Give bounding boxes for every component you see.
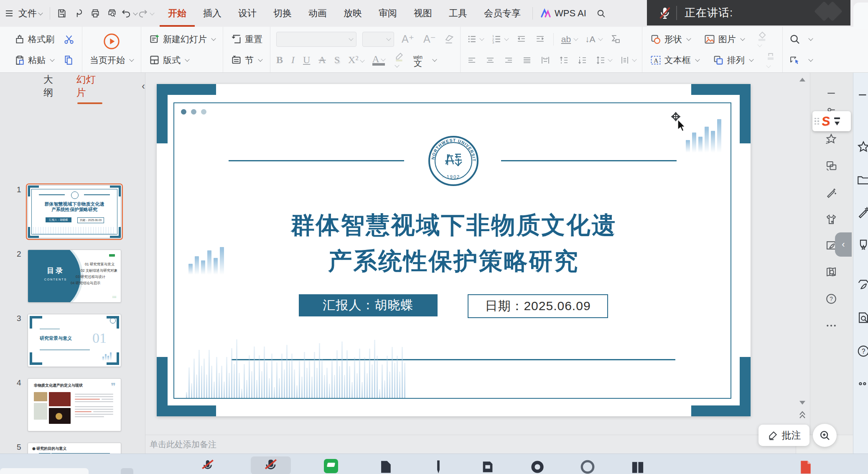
tab-home[interactable]: 开始 [160,0,195,27]
start-from-page-button[interactable]: 当页开始 [88,54,135,67]
hamburger-menu[interactable] [0,0,18,27]
taskbar-app-dark-2[interactable] [431,459,445,474]
clear-format-icon[interactable] [443,34,454,45]
assistant-minimize-icon[interactable] [834,117,840,119]
decrease-indent-button[interactable] [516,34,527,44]
taskbar-app-dark-4[interactable] [630,459,645,474]
print-preview-button[interactable] [104,5,120,22]
presenter-chip[interactable]: 汇报人：胡晓蝶 [299,294,438,316]
more-tools-icon[interactable] [822,316,840,335]
tab-review[interactable]: 审阅 [370,0,405,27]
shape-fill-button[interactable] [756,30,768,49]
tab-tools[interactable]: 工具 [440,0,476,27]
bullet-list-button[interactable] [466,34,478,44]
previous-slide-button[interactable] [799,410,806,420]
scroll-up-icon[interactable] [799,78,805,82]
comment-button[interactable]: 批注 [759,425,809,446]
paragraph-spacing-button[interactable] [619,55,630,65]
textbox-button[interactable]: A 文本框 [648,54,701,67]
tab-outline[interactable]: 大纲 [43,73,61,99]
taskbar-app-dark-1[interactable] [378,459,392,474]
slide-thumbnail-4[interactable]: 4 非物质文化遗产的定义与现状 ❞ [28,378,123,431]
shapes-button[interactable]: 形状 [648,33,692,46]
tab-design[interactable]: 设计 [230,0,265,27]
redo-button[interactable] [137,5,154,22]
drag-handle-dots[interactable] [815,118,819,125]
slide-thumbnail-1[interactable]: 1 群体智慧视域下非物质文化遗产系统性保护策略研究 汇报人：胡晓蝶 日期：202… [28,185,123,238]
effects-star-icon[interactable] [822,130,840,148]
line-spacing-button[interactable] [595,55,606,65]
resource-search-icon[interactable] [822,263,840,281]
export-button[interactable] [70,5,87,22]
slide-thumbnail-3[interactable]: 3 研究背景与意义 01 [28,314,123,367]
taskbar-app-active-tile[interactable] [251,456,291,474]
decrease-font-button[interactable]: A⁻ [422,32,438,46]
arrange-button[interactable]: 排列 [711,54,755,67]
taskbar-app-ring[interactable] [580,459,595,474]
taskbar-app-mic-muted[interactable] [201,459,215,474]
tab-transition[interactable]: 切换 [265,0,300,27]
summary-slide-button[interactable] [610,34,621,44]
font-color-button[interactable]: A [372,55,385,66]
numbered-list-button[interactable]: 123 [491,34,502,44]
justify-button[interactable] [522,55,532,65]
wps-ai-button[interactable]: WPS AI [536,0,591,27]
highlight-button[interactable] [393,51,405,69]
reset-button[interactable]: 重置 [229,33,264,46]
taskbar-window-card[interactable] [0,468,89,474]
italic-button[interactable]: I [291,54,295,66]
slide-thumbnail-2[interactable]: 2 目录 CONTENTS 01 研究背景与意义 02 文献综述与研究对象 03… [28,250,123,303]
move-up-button[interactable] [558,55,569,65]
tab-slideshow[interactable]: 放映 [335,0,370,27]
align-left-button[interactable] [466,55,477,65]
underline-button[interactable]: U [303,54,310,66]
sidebar-collapse-tab[interactable]: ‹ [835,232,852,257]
slide-scrollbar[interactable] [797,74,807,435]
increase-indent-button[interactable] [535,34,546,44]
taskbar-app-camera[interactable] [530,459,545,474]
help-icon[interactable]: ? [822,290,840,308]
font-size-select[interactable] [362,32,394,47]
mic-muted-icon[interactable] [658,6,672,20]
animation-pane-icon[interactable] [822,157,840,175]
date-chip[interactable]: 日期：2025.06.09 [468,294,608,318]
new-slide-button[interactable]: 新建幻灯片 [147,33,217,46]
copy-button[interactable] [61,54,76,66]
smart-beautify-icon[interactable] [822,183,840,202]
text-shadow-button[interactable]: S [334,54,340,66]
collapse-pane-button[interactable] [822,84,840,102]
wps-assistant-float[interactable]: S [812,111,851,131]
taskbar-window-chip[interactable] [121,468,133,474]
shape-outline-button[interactable] [765,51,776,70]
move-down-button[interactable] [577,55,588,65]
char-spacing-button[interactable]: ab [561,34,571,44]
slide-title-line2[interactable]: 产系统性保护策略研究 [157,245,751,278]
save-button[interactable] [53,5,70,22]
print-button[interactable] [87,5,104,22]
zoom-in-button[interactable] [813,424,837,447]
design-skin-icon[interactable] [822,210,840,229]
assistant-expand-icon[interactable] [835,122,840,125]
slide-title-line1[interactable]: 群体智慧视域下非物质文化遗 [157,209,751,242]
cut-button[interactable] [62,33,76,46]
tab-slides[interactable]: 幻灯片 [76,73,103,99]
tab-insert[interactable]: 插入 [195,0,230,27]
select-button[interactable] [789,54,801,66]
taskbar-app-dark-3[interactable] [481,459,495,474]
text-direction-button[interactable]: ↓A [585,34,596,44]
tab-member[interactable]: 会员专享 [476,0,529,27]
play-icon[interactable] [102,32,121,51]
undo-button[interactable] [120,5,137,22]
font-name-select[interactable] [276,32,356,47]
taskbar-app-wps-red[interactable] [798,459,813,474]
strikethrough-button[interactable]: A [318,54,326,66]
find-button[interactable] [789,33,801,46]
increase-font-button[interactable]: A⁺ [400,32,416,46]
picture-button[interactable]: 图片 [702,33,746,46]
tab-view[interactable]: 视图 [405,0,440,27]
notes-input[interactable]: 单击此处添加备注 [145,435,796,454]
align-right-button[interactable] [503,55,514,65]
format-painter-button[interactable]: 格式刷 [13,33,56,46]
align-center-button[interactable] [485,55,496,65]
scroll-down-icon[interactable] [799,401,805,405]
